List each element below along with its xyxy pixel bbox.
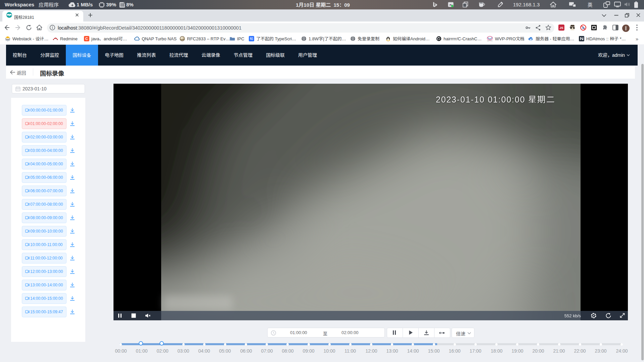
svg-text:WVP-PRO: WVP-PRO: [487, 40, 493, 42]
svg-text:JS: JS: [559, 26, 563, 30]
svg-text:C: C: [85, 37, 88, 41]
svg-text:知: 知: [250, 36, 253, 41]
